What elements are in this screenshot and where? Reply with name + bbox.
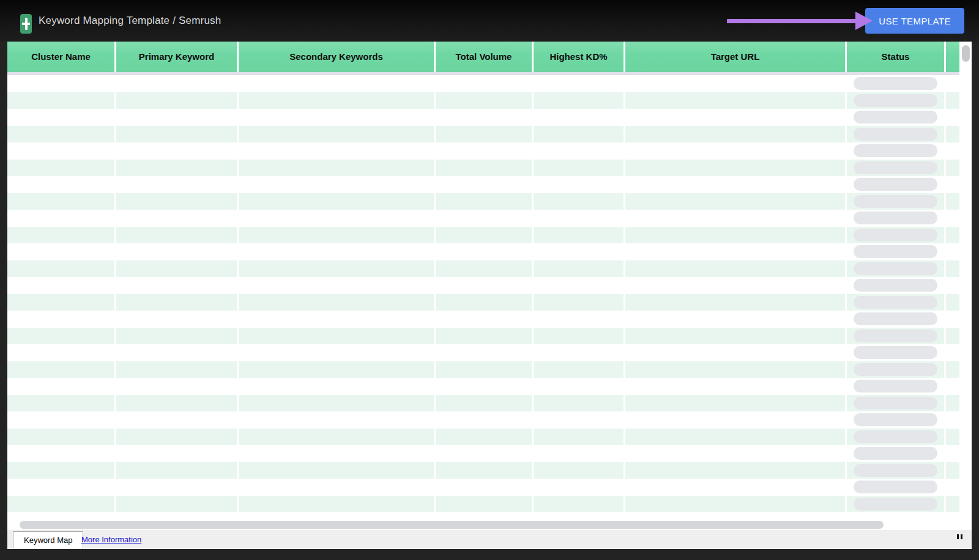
cell-target_url[interactable] <box>625 429 847 446</box>
status-pill[interactable] <box>854 212 937 224</box>
cell-total_volume[interactable] <box>436 411 534 429</box>
tab-keyword-map[interactable]: Keyword Map <box>13 531 83 548</box>
cell-target_url[interactable] <box>625 496 847 513</box>
cell-secondary_keywords[interactable] <box>239 328 436 345</box>
cell-spacer[interactable] <box>946 479 959 496</box>
cell-cluster_name[interactable] <box>7 277 116 294</box>
status-pill[interactable] <box>854 178 937 191</box>
cell-highest_kd[interactable] <box>534 328 625 345</box>
cell-highest_kd[interactable] <box>534 227 625 244</box>
cell-cluster_name[interactable] <box>7 462 116 479</box>
cell-secondary_keywords[interactable] <box>239 176 436 193</box>
cell-target_url[interactable] <box>625 462 847 479</box>
cell-highest_kd[interactable] <box>534 496 625 513</box>
cell-cluster_name[interactable] <box>7 227 116 244</box>
cell-spacer[interactable] <box>946 496 959 513</box>
cell-highest_kd[interactable] <box>534 126 625 143</box>
cell-primary_keyword[interactable] <box>116 395 239 412</box>
cell-secondary_keywords[interactable] <box>239 429 436 446</box>
cell-cluster_name[interactable] <box>7 411 116 429</box>
cell-spacer[interactable] <box>946 126 959 143</box>
cell-spacer[interactable] <box>946 109 959 126</box>
cell-spacer[interactable] <box>946 75 959 92</box>
cell-status[interactable] <box>847 160 946 177</box>
cell-cluster_name[interactable] <box>7 92 116 109</box>
cell-secondary_keywords[interactable] <box>239 126 436 143</box>
cell-spacer[interactable] <box>946 92 959 109</box>
cell-spacer[interactable] <box>946 294 959 311</box>
cell-spacer[interactable] <box>946 344 959 361</box>
cell-secondary_keywords[interactable] <box>239 160 436 177</box>
cell-cluster_name[interactable] <box>7 429 116 446</box>
cell-cluster_name[interactable] <box>7 344 116 361</box>
cell-target_url[interactable] <box>625 328 847 345</box>
cell-highest_kd[interactable] <box>534 260 625 278</box>
cell-secondary_keywords[interactable] <box>239 496 436 513</box>
cell-primary_keyword[interactable] <box>116 260 239 278</box>
horizontal-scrollbar[interactable] <box>7 519 972 530</box>
cell-target_url[interactable] <box>625 344 847 361</box>
cell-status[interactable] <box>847 479 946 496</box>
cell-secondary_keywords[interactable] <box>239 210 436 227</box>
cell-primary_keyword[interactable] <box>116 294 239 311</box>
cell-highest_kd[interactable] <box>534 361 625 378</box>
cell-primary_keyword[interactable] <box>116 361 239 378</box>
cell-secondary_keywords[interactable] <box>239 361 436 378</box>
status-pill[interactable] <box>854 161 937 174</box>
cell-target_url[interactable] <box>625 243 847 260</box>
cell-spacer[interactable] <box>946 227 959 244</box>
cell-primary_keyword[interactable] <box>116 243 239 260</box>
cell-highest_kd[interactable] <box>534 75 625 92</box>
vertical-scrollbar-thumb[interactable] <box>962 45 970 62</box>
cell-secondary_keywords[interactable] <box>239 462 436 479</box>
cell-cluster_name[interactable] <box>7 176 116 193</box>
use-template-button[interactable]: USE TEMPLATE <box>865 8 964 34</box>
cell-highest_kd[interactable] <box>534 462 625 479</box>
cell-primary_keyword[interactable] <box>116 411 239 429</box>
status-pill[interactable] <box>854 380 937 392</box>
cell-total_volume[interactable] <box>436 126 534 143</box>
cell-spacer[interactable] <box>946 445 959 462</box>
cell-total_volume[interactable] <box>436 142 534 160</box>
cell-status[interactable] <box>847 260 946 278</box>
cell-total_volume[interactable] <box>436 378 534 395</box>
cell-highest_kd[interactable] <box>534 395 625 412</box>
status-pill[interactable] <box>854 481 937 493</box>
cell-spacer[interactable] <box>946 328 959 345</box>
cell-target_url[interactable] <box>625 395 847 412</box>
cell-spacer[interactable] <box>946 361 959 378</box>
cell-cluster_name[interactable] <box>7 75 116 92</box>
cell-total_volume[interactable] <box>436 479 534 496</box>
cell-primary_keyword[interactable] <box>116 462 239 479</box>
cell-status[interactable] <box>847 395 946 412</box>
cell-primary_keyword[interactable] <box>116 142 239 160</box>
cell-secondary_keywords[interactable] <box>239 243 436 260</box>
cell-secondary_keywords[interactable] <box>239 260 436 278</box>
cell-total_volume[interactable] <box>436 193 534 210</box>
cell-target_url[interactable] <box>625 210 847 227</box>
cell-highest_kd[interactable] <box>534 411 625 429</box>
cell-target_url[interactable] <box>625 75 847 92</box>
popout-icon[interactable] <box>957 534 962 539</box>
cell-cluster_name[interactable] <box>7 210 116 227</box>
status-pill[interactable] <box>854 94 937 107</box>
cell-status[interactable] <box>847 176 946 193</box>
cell-primary_keyword[interactable] <box>116 311 239 328</box>
cell-spacer[interactable] <box>946 243 959 260</box>
cell-cluster_name[interactable] <box>7 260 116 278</box>
cell-spacer[interactable] <box>946 395 959 412</box>
cell-target_url[interactable] <box>625 479 847 496</box>
cell-total_volume[interactable] <box>436 260 534 278</box>
cell-status[interactable] <box>847 126 946 143</box>
cell-highest_kd[interactable] <box>534 294 625 311</box>
status-pill[interactable] <box>854 128 937 141</box>
cell-primary_keyword[interactable] <box>116 429 239 446</box>
cell-target_url[interactable] <box>625 142 847 160</box>
cell-cluster_name[interactable] <box>7 378 116 395</box>
cell-target_url[interactable] <box>625 193 847 210</box>
cell-cluster_name[interactable] <box>7 328 116 345</box>
cell-target_url[interactable] <box>625 311 847 328</box>
cell-primary_keyword[interactable] <box>116 193 239 210</box>
cell-total_volume[interactable] <box>436 109 534 126</box>
cell-total_volume[interactable] <box>436 496 534 513</box>
